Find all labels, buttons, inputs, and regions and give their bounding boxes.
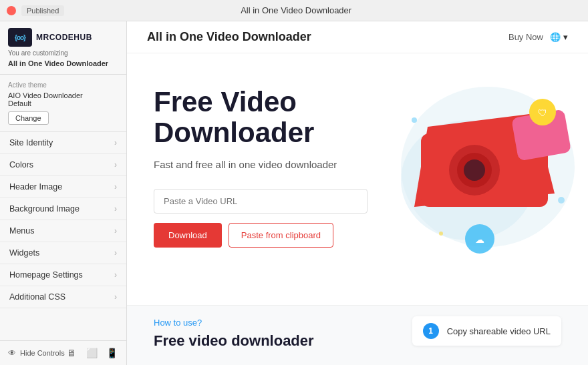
chevron-right-icon: › bbox=[114, 292, 117, 302]
sidebar-item-widgets[interactable]: Widgets › bbox=[0, 242, 126, 264]
chevron-right-icon: › bbox=[114, 270, 117, 280]
top-bar: ✕ Published All in One Video Downloader bbox=[0, 0, 588, 21]
active-theme-name: AIO Video Downloader Default bbox=[8, 91, 118, 107]
content-area: All in One Video Downloader Buy Now 🌐 ▾ … bbox=[127, 21, 588, 365]
sidebar-item-label: Widgets bbox=[9, 248, 39, 258]
sidebar-item-label: Homepage Settings bbox=[9, 270, 83, 280]
desktop-icon[interactable]: 🖥 bbox=[65, 346, 78, 360]
sidebar-item-label: Additional CSS bbox=[9, 292, 65, 302]
chevron-right-icon: › bbox=[114, 138, 117, 147]
close-button[interactable]: ✕ bbox=[7, 6, 16, 15]
logo-icon: {oo} bbox=[8, 28, 32, 47]
footer-icons: 🖥 ⬜ 📱 bbox=[65, 346, 118, 360]
main-layout: {oo} MRCODEHUB You are customizing All i… bbox=[0, 21, 588, 365]
hero-title: Free Video Downloader bbox=[154, 87, 561, 148]
hero-subtitle: Fast and free all in one video downloade… bbox=[154, 159, 561, 170]
published-badge: Published bbox=[21, 5, 64, 16]
sidebar-item-site-identity[interactable]: Site Identity › bbox=[0, 132, 126, 154]
download-button[interactable]: Download bbox=[154, 223, 222, 248]
how-to-use-link[interactable]: How to use? bbox=[154, 318, 202, 328]
translate-icon: 🌐 bbox=[550, 32, 561, 42]
nav-right: Buy Now 🌐 ▾ bbox=[508, 32, 568, 42]
sidebar-item-header-image[interactable]: Header Image › bbox=[0, 176, 126, 198]
translate-button[interactable]: 🌐 ▾ bbox=[550, 32, 568, 42]
change-theme-button[interactable]: Change bbox=[8, 111, 49, 125]
paste-button[interactable]: Paste from clipboard bbox=[229, 223, 333, 248]
sidebar-item-label: Background Image bbox=[9, 204, 80, 214]
sidebar-item-label: Colors bbox=[9, 160, 33, 169]
chevron-right-icon: › bbox=[114, 182, 117, 192]
hero-buttons: Download Paste from clipboard bbox=[154, 223, 561, 248]
sidebar-logo-area: {oo} MRCODEHUB You are customizing All i… bbox=[0, 21, 126, 75]
hero-left: Free Video Downloader Fast and free all … bbox=[127, 53, 588, 305]
sidebar-item-label: Header Image bbox=[9, 182, 62, 192]
logo-text: MRCODEHUB bbox=[36, 33, 92, 42]
sidebar-item-colors[interactable]: Colors › bbox=[0, 154, 126, 176]
sidebar-item-label: Site Identity bbox=[9, 138, 53, 147]
chevron-right-icon: › bbox=[114, 248, 117, 258]
sidebar-logo: {oo} MRCODEHUB bbox=[8, 28, 118, 47]
sidebar-item-menus[interactable]: Menus › bbox=[0, 220, 126, 242]
step-1-number: 1 bbox=[423, 323, 439, 339]
sidebar-footer: 👁 Hide Controls 🖥 ⬜ 📱 bbox=[0, 340, 126, 365]
sidebar-item-homepage-settings[interactable]: Homepage Settings › bbox=[0, 264, 126, 286]
you-are-customizing: You are customizing bbox=[8, 49, 118, 57]
translate-label: ▾ bbox=[563, 32, 568, 42]
url-input[interactable] bbox=[154, 189, 368, 214]
top-bar-left: ✕ Published bbox=[7, 5, 64, 16]
bottom-section: How to use? Free video downloader 1 Copy… bbox=[127, 305, 588, 365]
sidebar-item-background-image[interactable]: Background Image › bbox=[0, 198, 126, 220]
active-theme-section: Active theme AIO Video Downloader Defaul… bbox=[0, 75, 126, 132]
hero-section: Free Video Downloader Fast and free all … bbox=[127, 53, 588, 305]
bottom-left: How to use? Free video downloader bbox=[154, 316, 399, 350]
hide-controls-button[interactable]: 👁 Hide Controls bbox=[8, 348, 65, 358]
active-theme-label: Active theme bbox=[8, 81, 118, 89]
sidebar-menu: Site Identity › Colors › Header Image › … bbox=[0, 132, 126, 340]
bottom-title: Free video downloader bbox=[154, 332, 399, 350]
chevron-right-icon: › bbox=[114, 226, 117, 236]
tablet-icon[interactable]: ⬜ bbox=[85, 346, 98, 360]
sidebar: {oo} MRCODEHUB You are customizing All i… bbox=[0, 21, 127, 365]
eye-icon: 👁 bbox=[8, 348, 16, 358]
nav-brand: All in One Video Downloader bbox=[147, 30, 311, 44]
step-1-item: 1 Copy shareable video URL bbox=[412, 316, 561, 346]
step-1-text: Copy shareable video URL bbox=[447, 326, 551, 336]
website-nav: All in One Video Downloader Buy Now 🌐 ▾ bbox=[127, 21, 588, 53]
sidebar-item-label: Menus bbox=[9, 226, 35, 236]
buy-now-button[interactable]: Buy Now bbox=[508, 32, 543, 42]
chevron-right-icon: › bbox=[114, 204, 117, 214]
hide-controls-label: Hide Controls bbox=[20, 349, 65, 357]
sidebar-item-additional-css[interactable]: Additional CSS › bbox=[0, 286, 126, 308]
chevron-right-icon: › bbox=[114, 160, 117, 169]
top-bar-title: All in One Video Downloader bbox=[241, 5, 351, 15]
mobile-icon[interactable]: 📱 bbox=[105, 346, 118, 360]
site-title: All in One Video Downloader bbox=[8, 59, 118, 67]
